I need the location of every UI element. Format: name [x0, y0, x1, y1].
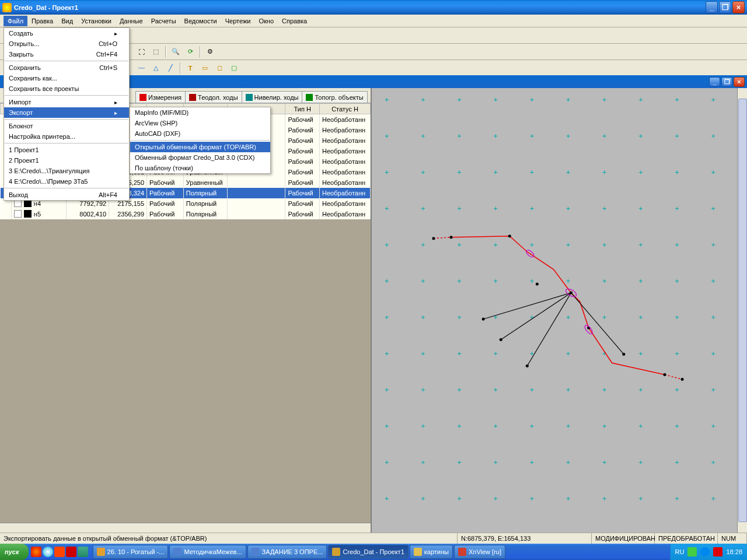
- map-canvas: [372, 88, 747, 533]
- menuitem[interactable]: 4 E:\Credo\...\Пример 3Та5: [4, 176, 129, 187]
- status-num: NUM: [718, 533, 747, 544]
- menu-ведомости[interactable]: Ведомости: [180, 16, 221, 26]
- refresh-icon[interactable]: ⟳: [184, 46, 197, 58]
- tab[interactable]: Измерения: [135, 91, 186, 103]
- ql-icon[interactable]: [43, 547, 53, 557]
- svg-point-10: [526, 365, 529, 368]
- tab-label: Топогр. объекты: [315, 94, 363, 101]
- taskbar-button[interactable]: ЗАДАНИЕ 3 ОПРЕ...: [247, 545, 327, 559]
- rect2-icon[interactable]: ◻: [213, 62, 226, 75]
- svg-point-14: [681, 378, 684, 381]
- text-icon[interactable]: T: [184, 62, 197, 75]
- menuitem[interactable]: 1 Проект1: [4, 145, 129, 155]
- points: [432, 235, 683, 381]
- taskbar-button[interactable]: Credo_Dat - Проект1: [328, 545, 408, 559]
- tab[interactable]: Теодол. ходы: [185, 91, 242, 103]
- polyline-icon[interactable]: 〰: [135, 62, 148, 75]
- menu-справка[interactable]: Справка: [278, 16, 311, 26]
- column-header[interactable]: Статус H: [320, 104, 371, 114]
- maximize-button[interactable]: ❐: [719, 1, 731, 13]
- vertical-scrollbar[interactable]: [737, 88, 747, 533]
- system-tray: RU 18:28: [670, 544, 747, 560]
- menuitem[interactable]: Открытый обменный формат (TOP/ABR): [130, 142, 270, 152]
- traverse-dashed: [434, 237, 451, 239]
- menuitem[interactable]: Сохранить все проекты: [4, 83, 129, 94]
- menuitem[interactable]: СохранитьCtrl+S: [4, 62, 129, 73]
- tab-icon: [189, 94, 196, 101]
- taskbar-button[interactable]: XnView [ru]: [454, 545, 505, 559]
- svg-point-8: [482, 318, 485, 321]
- menu-вид[interactable]: Вид: [57, 16, 77, 26]
- tab[interactable]: Нивелир. ходы: [242, 91, 303, 103]
- menuitem[interactable]: 3 E:\Credo\...\Триангуляция: [4, 166, 129, 176]
- taskbar: пуск 26. 10 - Рогатый -...МетодичкаМежев…: [0, 544, 747, 560]
- quick-launch: [29, 547, 90, 557]
- taskbar-button[interactable]: картины: [410, 545, 453, 559]
- status-state: ПРЕДОБРАБОТАН: [655, 533, 718, 544]
- minimize-button[interactable]: _: [706, 1, 718, 13]
- menuitem[interactable]: Сохранить как...: [4, 73, 129, 83]
- export-submenu: MapInfo (MIF/MID)ArcView (SHP)AutoCAD (D…: [130, 107, 271, 174]
- ql-icon[interactable]: [54, 547, 65, 557]
- rect-icon[interactable]: ▭: [198, 62, 211, 75]
- menuitem[interactable]: ArcView (SHP): [130, 118, 270, 128]
- menuitem[interactable]: AutoCAD (DXF): [130, 128, 270, 139]
- tray-icon[interactable]: [700, 547, 710, 556]
- column-header[interactable]: Тип H: [285, 104, 320, 114]
- taskbar-button[interactable]: МетодичкаМежев...: [169, 545, 246, 559]
- svg-point-15: [536, 282, 539, 285]
- table-row[interactable]: н58002,4102356,299РабочийПолярныйРабочий…: [1, 209, 371, 219]
- tab[interactable]: Топогр. объекты: [302, 91, 367, 103]
- tray-icon[interactable]: [713, 547, 722, 556]
- taskbar-button[interactable]: 26. 10 - Рогатый -...: [93, 545, 169, 559]
- menuitem[interactable]: Блокнот: [4, 121, 129, 131]
- menuitem[interactable]: Импорт▸: [4, 97, 129, 107]
- clock[interactable]: 18:28: [726, 548, 742, 555]
- menu-данные[interactable]: Данные: [116, 16, 147, 26]
- menu-bar: ФайлПравкаВидУстановкиДанныеРасчетыВедом…: [0, 15, 747, 27]
- line-icon[interactable]: ╱: [164, 62, 177, 75]
- menuitem[interactable]: MapInfo (MIF/MID): [130, 107, 270, 118]
- menu-правка[interactable]: Правка: [27, 16, 57, 26]
- task-label: XnView [ru]: [469, 548, 501, 555]
- zoom-in-icon[interactable]: 🔍: [169, 46, 182, 58]
- close-button[interactable]: ×: [732, 1, 745, 13]
- child-close-button[interactable]: ×: [734, 77, 745, 87]
- menuitem[interactable]: ЗакрытьCtrl+F4: [4, 49, 129, 60]
- shape-icon[interactable]: △: [149, 62, 162, 75]
- menu-окно[interactable]: Окно: [254, 16, 278, 26]
- language-indicator[interactable]: RU: [675, 548, 685, 555]
- svg-point-13: [663, 373, 666, 376]
- ql-icon[interactable]: [31, 547, 41, 557]
- menuitem[interactable]: Экспорт▸: [4, 107, 129, 118]
- menu-расчеты[interactable]: Расчеты: [147, 16, 180, 26]
- menu-файл[interactable]: Файл: [4, 16, 27, 26]
- task-buttons: 26. 10 - Рогатый -...МетодичкаМежев...ЗА…: [90, 545, 670, 559]
- menuitem[interactable]: По шаблону (точки): [130, 163, 270, 173]
- gear-icon[interactable]: ⚙: [204, 46, 217, 58]
- menu-чертежи[interactable]: Чертежи: [221, 16, 255, 26]
- map-panel[interactable]: [371, 88, 747, 533]
- horizontal-scrollbar[interactable]: [0, 523, 371, 533]
- frame-icon[interactable]: ▢: [228, 62, 240, 75]
- svg-point-7: [570, 291, 573, 294]
- menuitem[interactable]: Настройка принтера...: [4, 131, 129, 142]
- task-label: картины: [424, 548, 449, 555]
- svg-point-6: [508, 235, 511, 237]
- zoom-window-icon[interactable]: ⬚: [149, 46, 162, 58]
- menuitem[interactable]: Открыть...Ctrl+O: [4, 38, 129, 49]
- menuitem[interactable]: 2 Проект1: [4, 155, 129, 166]
- tray-icon[interactable]: [687, 547, 697, 556]
- ql-icon[interactable]: [78, 547, 88, 557]
- menuitem[interactable]: ВыходAlt+F4: [4, 190, 129, 200]
- tab-icon: [139, 94, 146, 101]
- menu-установки[interactable]: Установки: [77, 16, 116, 26]
- start-button[interactable]: пуск: [0, 544, 29, 560]
- task-icon: [414, 548, 422, 556]
- child-minimize-button[interactable]: _: [709, 77, 720, 87]
- child-restore-button[interactable]: ❐: [721, 77, 732, 87]
- menuitem[interactable]: Создать▸: [4, 28, 129, 38]
- zoom-extents-icon[interactable]: ⛶: [135, 46, 148, 58]
- ql-icon[interactable]: [66, 547, 76, 557]
- menuitem[interactable]: Обменный формат Credo_Dat 3.0 (CDX): [130, 152, 270, 163]
